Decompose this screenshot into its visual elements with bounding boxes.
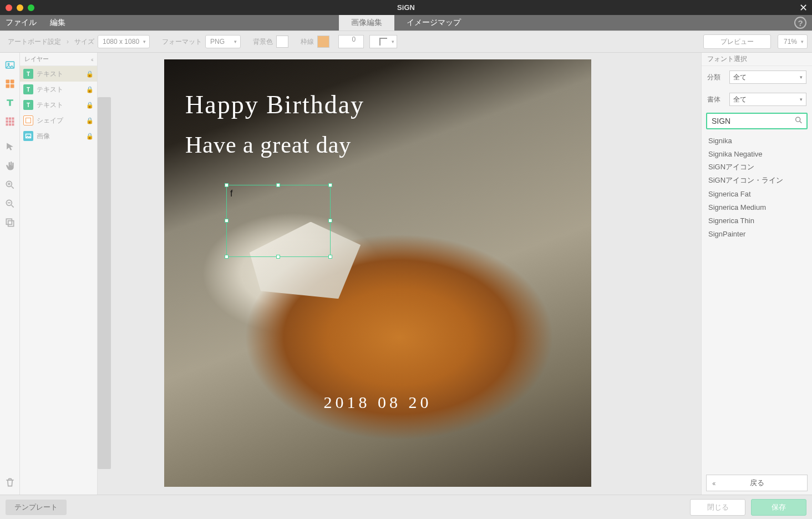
handle-tr[interactable] <box>328 183 332 187</box>
search-icon[interactable] <box>794 116 803 127</box>
scrollbar[interactable] <box>98 97 111 469</box>
layer-row[interactable]: シェイプ🔒 <box>20 113 97 128</box>
tool-duplicate[interactable] <box>2 215 18 230</box>
save-button[interactable]: 保存 <box>751 499 806 516</box>
border-label: 枠線 <box>301 37 314 47</box>
menu-file[interactable]: ファイル <box>6 18 37 28</box>
help-icon[interactable]: ? <box>794 17 806 29</box>
handle-tm[interactable] <box>276 183 280 187</box>
canvas-text-subheading[interactable]: Have a great day <box>185 132 351 158</box>
bgcolor-label: 背景色 <box>253 37 273 47</box>
zoom-value: 71% <box>784 38 797 46</box>
breadcrumb-sep: › <box>67 38 69 46</box>
font-category-label: 分類 <box>707 73 729 82</box>
layer-label: テキスト <box>37 85 63 94</box>
window-zoom[interactable] <box>28 4 34 11</box>
border-color-swatch[interactable] <box>317 36 329 48</box>
font-item[interactable]: Signerica Fat <box>708 187 812 200</box>
handle-ml[interactable] <box>225 219 229 223</box>
font-category-value: 全て <box>733 73 747 82</box>
font-item[interactable]: SiGNアイコン・ライン <box>708 174 812 187</box>
menu-edit[interactable]: 編集 <box>50 18 65 28</box>
window-close[interactable] <box>6 4 12 11</box>
border-width-input[interactable]: 0 <box>338 35 364 48</box>
close-button[interactable]: 閉じる <box>690 499 745 516</box>
svg-rect-8 <box>12 118 14 120</box>
tool-hand[interactable] <box>2 158 18 174</box>
window-controls <box>0 4 34 11</box>
handle-bl[interactable] <box>225 255 229 259</box>
handle-br[interactable] <box>328 255 332 259</box>
tool-shapes[interactable] <box>2 76 18 92</box>
lock-icon[interactable]: 🔒 <box>86 86 94 93</box>
canvas-area[interactable]: Happy Birthday Have a great day 2018 08 … <box>98 53 701 495</box>
tab-image-edit[interactable]: 画像編集 <box>339 15 394 31</box>
tab-image-map[interactable]: イメージマップ <box>394 15 473 31</box>
lock-icon[interactable]: 🔒 <box>86 102 94 109</box>
tool-zoom-out[interactable] <box>2 196 18 211</box>
size-select[interactable]: 1080 x 1080 <box>98 35 150 48</box>
font-item[interactable]: Signerica Thin <box>708 214 812 227</box>
svg-rect-13 <box>8 123 11 125</box>
shape-layer-icon <box>23 115 33 125</box>
selection-box[interactable]: f <box>226 185 331 257</box>
tab-bar: 画像編集 イメージマップ <box>339 15 473 31</box>
tool-image[interactable] <box>2 57 18 73</box>
font-item[interactable]: SignPainter <box>708 227 812 240</box>
font-category-select[interactable]: 全て <box>729 70 806 84</box>
font-item[interactable]: Signika <box>708 134 812 147</box>
layers-collapse-icon[interactable]: ‹‹ <box>91 56 93 63</box>
close-icon[interactable]: ✕ <box>799 2 808 14</box>
handle-mr[interactable] <box>328 219 332 223</box>
svg-rect-9 <box>6 120 8 123</box>
handle-tl[interactable] <box>225 183 229 187</box>
layer-row[interactable]: Tテキスト🔒 <box>20 97 97 113</box>
tool-text[interactable] <box>2 95 18 110</box>
format-select[interactable]: PNG <box>205 35 241 48</box>
preview-button[interactable]: プレビュー <box>703 34 771 49</box>
text-layer-icon: T <box>23 69 33 79</box>
font-weight-select[interactable]: 全て <box>729 93 806 106</box>
svg-rect-6 <box>6 118 8 120</box>
canvas-text-date[interactable]: 2018 08 20 <box>324 393 432 412</box>
background-image <box>164 59 591 487</box>
tool-pointer[interactable] <box>2 139 18 155</box>
font-item[interactable]: SiGNアイコン <box>708 160 812 174</box>
svg-rect-7 <box>8 118 11 120</box>
layer-row[interactable]: 画像🔒 <box>20 128 97 144</box>
svg-point-20 <box>796 117 800 122</box>
lock-icon[interactable]: 🔒 <box>86 117 94 124</box>
window-minimize[interactable] <box>17 4 23 11</box>
font-search-input[interactable] <box>706 113 808 129</box>
tool-zoom-in[interactable] <box>2 177 18 193</box>
canvas-text-heading[interactable]: Happy Birthday <box>185 90 364 119</box>
corner-style-select[interactable] <box>369 35 397 48</box>
svg-rect-11 <box>12 120 14 123</box>
tool-grid[interactable] <box>2 114 18 129</box>
artboard-settings-label[interactable]: アートボード設定 <box>8 37 61 47</box>
lock-icon[interactable]: 🔒 <box>86 70 94 78</box>
layer-row[interactable]: Tテキスト🔒 <box>20 66 97 82</box>
font-item[interactable]: Signerica Medium <box>708 200 812 214</box>
template-button[interactable]: テンプレート <box>6 500 67 515</box>
size-label: サイズ <box>74 37 94 47</box>
handle-bm[interactable] <box>276 255 280 259</box>
font-panel: フォント選択 分類 全て 書体 全て SignikaSignika Negati… <box>701 53 812 495</box>
font-item[interactable]: Signika Negative <box>708 147 812 160</box>
svg-rect-2 <box>6 80 9 84</box>
svg-rect-14 <box>12 123 14 125</box>
back-button[interactable]: ‹‹ 戻る <box>706 475 808 491</box>
font-panel-header: フォント選択 <box>702 53 812 66</box>
text-layer-icon: T <box>23 100 33 110</box>
artboard[interactable]: Happy Birthday Have a great day 2018 08 … <box>164 59 591 487</box>
zoom-select[interactable]: 71% <box>778 34 808 49</box>
trash-icon[interactable] <box>2 475 18 490</box>
bgcolor-swatch[interactable] <box>276 36 288 48</box>
lock-icon[interactable]: 🔒 <box>86 133 94 140</box>
font-weight-label: 書体 <box>707 95 729 104</box>
layer-label: シェイプ <box>37 116 63 125</box>
font-weight-value: 全て <box>733 95 747 104</box>
selected-text-content[interactable]: f <box>230 189 232 199</box>
toolbar: アートボード設定 › サイズ 1080 x 1080 フォーマット PNG 背景… <box>0 31 812 53</box>
layer-row[interactable]: Tテキスト🔒 <box>20 82 97 97</box>
